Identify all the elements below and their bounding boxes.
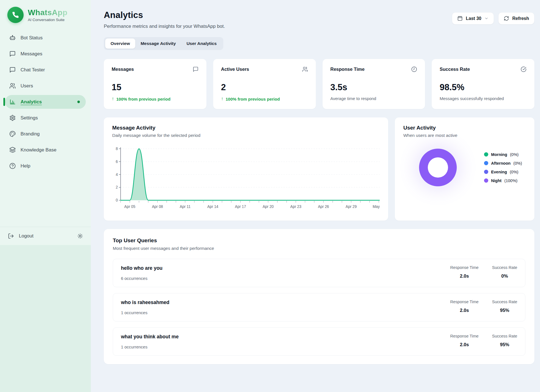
- success-rate-header: Success Rate: [492, 265, 517, 270]
- page-header: Analytics Performance metrics and insigh…: [104, 10, 534, 29]
- nav-icon: [9, 99, 16, 105]
- legend-percent: (0%): [510, 152, 519, 157]
- sidebar-item-knowledge-base[interactable]: Knowledge Base: [5, 143, 86, 157]
- stat-icon: [193, 66, 199, 72]
- stat-icon: [411, 66, 417, 72]
- stat-title: Active Users: [221, 67, 249, 72]
- stat-icon: [521, 66, 526, 72]
- main-content: Analytics Performance metrics and insigh…: [91, 0, 540, 392]
- query-row: who is raheesahmed 1 occurrences Respons…: [113, 293, 525, 321]
- response-time-header: Response Time: [450, 334, 479, 338]
- svg-text:Apr 17: Apr 17: [235, 205, 246, 209]
- legend-label: Night: [491, 178, 501, 183]
- nav-icon: [9, 147, 16, 153]
- whatsapp-logo: [7, 7, 24, 23]
- panel-subtitle: When users are most active: [403, 133, 526, 138]
- stat-value: 2: [221, 82, 308, 92]
- legend-dot: [484, 178, 488, 183]
- panel-title: User Activity: [403, 125, 526, 131]
- date-range-selector[interactable]: Last 30: [452, 12, 494, 24]
- sidebar-item-users[interactable]: Users: [5, 79, 86, 93]
- refresh-icon: [504, 16, 509, 21]
- top-user-queries-panel: Top User Queries Most frequent user mess…: [104, 229, 534, 364]
- query-text: what you think about me: [121, 334, 179, 340]
- stat-subtext: ↑ 100% from previous period: [221, 96, 308, 102]
- stat-value: 3.5s: [330, 82, 417, 92]
- svg-text:Apr 08: Apr 08: [152, 205, 163, 209]
- donut-legend: Morning (0%) Afternoon (0%) Evening (0%)…: [484, 152, 522, 183]
- queries-title: Top User Queries: [113, 237, 525, 244]
- refresh-label: Refresh: [512, 16, 529, 21]
- svg-text:2: 2: [116, 185, 118, 189]
- queries-subtitle: Most frequent user messages and their pe…: [113, 246, 525, 251]
- legend-item-night: Night (100%): [484, 178, 522, 183]
- sidebar-item-help[interactable]: Help: [5, 159, 86, 173]
- query-rows: hello who are you 6 occurrences Response…: [113, 259, 525, 356]
- svg-text:May 02: May 02: [373, 205, 380, 209]
- sidebar-item-label: Chat Tester: [21, 67, 45, 73]
- stat-icon: [302, 66, 308, 72]
- stat-card-messages: Messages 15 ↑ 100% from previous period: [104, 59, 206, 109]
- sidebar-item-chat-tester[interactable]: Chat Tester: [5, 63, 86, 77]
- success-rate-value: 95%: [500, 308, 509, 313]
- sidebar-item-analytics[interactable]: Analytics: [5, 95, 86, 109]
- svg-text:Apr 20: Apr 20: [263, 205, 274, 209]
- success-rate-header: Success Rate: [492, 300, 517, 304]
- query-row: hello who are you 6 occurrences Response…: [113, 259, 525, 287]
- legend-item-afternoon: Afternoon (0%): [484, 161, 522, 166]
- stat-card-active-users: Active Users 2 ↑ 100% from previous peri…: [213, 59, 316, 109]
- svg-text:8: 8: [116, 147, 118, 151]
- logout-icon: [8, 233, 14, 239]
- sidebar-footer: [0, 245, 91, 392]
- brand: WhatsApp AI Conversation Suite: [0, 0, 91, 31]
- success-rate-value: 0%: [501, 273, 508, 279]
- tab-user-analytics[interactable]: User Analytics: [181, 38, 222, 49]
- success-rate-value: 95%: [500, 342, 509, 347]
- svg-text:0: 0: [116, 198, 118, 202]
- svg-text:Apr 23: Apr 23: [290, 205, 301, 209]
- logout-button[interactable]: Logout: [0, 227, 91, 245]
- nav-icon: [9, 115, 16, 121]
- success-rate-header: Success Rate: [492, 334, 517, 338]
- sidebar-item-branding[interactable]: Branding: [5, 127, 86, 141]
- stat-value: 15: [112, 82, 199, 92]
- sidebar-item-label: Help: [21, 163, 30, 169]
- query-occurrences: 6 occurrences: [121, 276, 163, 281]
- svg-text:Apr 05: Apr 05: [124, 205, 135, 209]
- chevron-down-icon: [484, 16, 489, 21]
- sidebar-item-label: Analytics: [21, 99, 42, 105]
- sidebar-item-label: Messages: [21, 51, 42, 57]
- svg-text:6: 6: [116, 160, 118, 164]
- sidebar-item-label: Users: [21, 83, 33, 89]
- legend-label: Afternoon: [491, 161, 510, 166]
- nav-icon: [9, 35, 16, 41]
- stat-subtext: Average time to respond: [330, 96, 417, 101]
- legend-percent: (0%): [510, 170, 519, 174]
- nav-icon: [9, 51, 16, 57]
- calendar-icon: [457, 16, 463, 21]
- refresh-button[interactable]: Refresh: [498, 12, 534, 24]
- tab-overview[interactable]: Overview: [105, 38, 135, 49]
- response-time-value: 2.0s: [460, 308, 469, 313]
- panel-title: Message Activity: [112, 125, 380, 131]
- query-row: what you think about me 1 occurrences Re…: [113, 327, 525, 356]
- message-activity-panel: Message Activity Daily message volume fo…: [104, 117, 388, 221]
- sidebar-item-label: Settings: [21, 115, 38, 121]
- tab-message-activity[interactable]: Message Activity: [135, 38, 181, 49]
- sidebar-item-messages[interactable]: Messages: [5, 47, 86, 61]
- theme-toggle[interactable]: [77, 233, 83, 239]
- legend-dot: [484, 152, 488, 157]
- svg-text:Apr 26: Apr 26: [318, 205, 329, 209]
- stat-subtext: ↑ 100% from previous period: [112, 96, 199, 102]
- svg-text:Apr 14: Apr 14: [207, 205, 219, 209]
- stat-title: Success Rate: [440, 67, 470, 72]
- query-occurrences: 1 occurrences: [121, 310, 169, 315]
- legend-percent: (100%): [504, 178, 518, 183]
- trend-up-icon: ↑: [221, 96, 224, 102]
- stat-title: Response Time: [330, 67, 365, 72]
- stat-cards: Messages 15 ↑ 100% from previous period …: [104, 59, 534, 109]
- legend-item-evening: Evening (0%): [484, 170, 522, 174]
- sidebar-item-bot-status[interactable]: Bot Status: [5, 31, 86, 45]
- sidebar-item-settings[interactable]: Settings: [5, 111, 86, 125]
- legend-label: Evening: [491, 170, 507, 174]
